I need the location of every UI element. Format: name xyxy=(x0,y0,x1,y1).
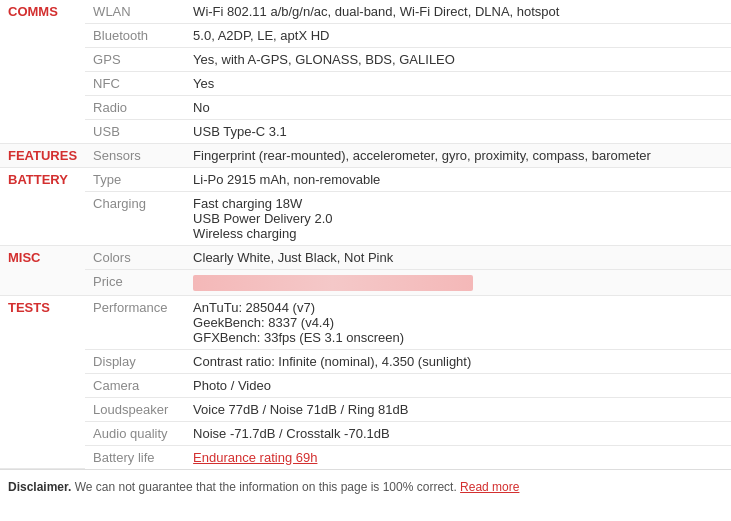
disclaimer-prefix: Disclaimer. xyxy=(8,480,71,494)
spec-key: Bluetooth xyxy=(85,24,185,48)
table-row: MISCColorsClearly White, Just Black, Not… xyxy=(0,246,731,270)
spec-key: NFC xyxy=(85,72,185,96)
table-row: Audio qualityNoise -71.7dB / Crosstalk -… xyxy=(0,421,731,445)
spec-key: Performance xyxy=(85,295,185,349)
spec-key: Battery life xyxy=(85,445,185,469)
spec-key: Radio xyxy=(85,96,185,120)
price-hidden xyxy=(193,275,473,291)
section-label: FEATURES xyxy=(0,144,85,168)
table-row: BATTERYTypeLi-Po 2915 mAh, non-removable xyxy=(0,168,731,192)
spec-key: Type xyxy=(85,168,185,192)
spec-key: Colors xyxy=(85,246,185,270)
table-row: Battery lifeEndurance rating 69h xyxy=(0,445,731,469)
table-row: GPSYes, with A-GPS, GLONASS, BDS, GALILE… xyxy=(0,48,731,72)
spec-value: Yes, with A-GPS, GLONASS, BDS, GALILEO xyxy=(185,48,731,72)
spec-value: Wi-Fi 802.11 a/b/g/n/ac, dual-band, Wi-F… xyxy=(185,0,731,24)
battery-life-link[interactable]: Endurance rating 69h xyxy=(193,450,317,465)
spec-value: Clearly White, Just Black, Not Pink xyxy=(185,246,731,270)
spec-key: Loudspeaker xyxy=(85,397,185,421)
spec-key: Display xyxy=(85,349,185,373)
spec-value: USB Type-C 3.1 xyxy=(185,120,731,144)
spec-value xyxy=(185,270,731,296)
spec-value: AnTuTu: 285044 (v7)GeekBench: 8337 (v4.4… xyxy=(185,295,731,349)
spec-key: Price xyxy=(85,270,185,296)
spec-key: WLAN xyxy=(85,0,185,24)
table-row: DisplayContrast ratio: Infinite (nominal… xyxy=(0,349,731,373)
table-row: RadioNo xyxy=(0,96,731,120)
spec-value: Yes xyxy=(185,72,731,96)
spec-key: Audio quality xyxy=(85,421,185,445)
read-more-link[interactable]: Read more xyxy=(460,480,519,494)
table-row: FEATURESSensorsFingerprint (rear-mounted… xyxy=(0,144,731,168)
table-row: ChargingFast charging 18WUSB Power Deliv… xyxy=(0,192,731,246)
spec-value: Photo / Video xyxy=(185,373,731,397)
spec-key: USB xyxy=(85,120,185,144)
spec-key: Charging xyxy=(85,192,185,246)
spec-value: 5.0, A2DP, LE, aptX HD xyxy=(185,24,731,48)
section-label: MISC xyxy=(0,246,85,296)
specs-table: COMMSWLANWi-Fi 802.11 a/b/g/n/ac, dual-b… xyxy=(0,0,731,469)
spec-value: Fingerprint (rear-mounted), acceleromete… xyxy=(185,144,731,168)
disclaimer-section: Disclaimer. We can not guarantee that th… xyxy=(0,469,731,504)
spec-key: GPS xyxy=(85,48,185,72)
spec-value: Noise -71.7dB / Crosstalk -70.1dB xyxy=(185,421,731,445)
spec-value: Endurance rating 69h xyxy=(185,445,731,469)
spec-key: Sensors xyxy=(85,144,185,168)
spec-value: Contrast ratio: Infinite (nominal), 4.35… xyxy=(185,349,731,373)
disclaimer-text: We can not guarantee that the informatio… xyxy=(75,480,457,494)
table-row: LoudspeakerVoice 77dB / Noise 71dB / Rin… xyxy=(0,397,731,421)
table-row: COMMSWLANWi-Fi 802.11 a/b/g/n/ac, dual-b… xyxy=(0,0,731,24)
section-label: COMMS xyxy=(0,0,85,144)
table-row: USBUSB Type-C 3.1 xyxy=(0,120,731,144)
table-row: TESTSPerformanceAnTuTu: 285044 (v7)GeekB… xyxy=(0,295,731,349)
table-row: Bluetooth5.0, A2DP, LE, aptX HD xyxy=(0,24,731,48)
table-row: CameraPhoto / Video xyxy=(0,373,731,397)
spec-key: Camera xyxy=(85,373,185,397)
section-label: TESTS xyxy=(0,295,85,469)
section-label: BATTERY xyxy=(0,168,85,246)
table-row: Price xyxy=(0,270,731,296)
spec-value: Fast charging 18WUSB Power Delivery 2.0W… xyxy=(185,192,731,246)
spec-value: No xyxy=(185,96,731,120)
spec-value: Voice 77dB / Noise 71dB / Ring 81dB xyxy=(185,397,731,421)
table-row: NFCYes xyxy=(0,72,731,96)
spec-value: Li-Po 2915 mAh, non-removable xyxy=(185,168,731,192)
